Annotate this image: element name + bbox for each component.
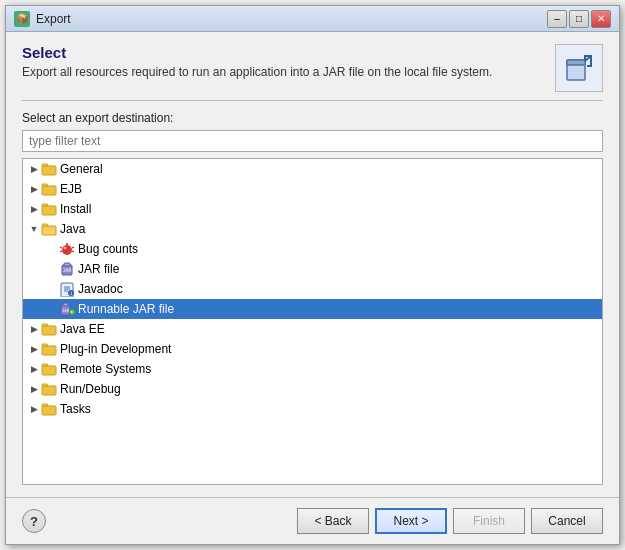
tree-label-java-ee: Java EE — [60, 322, 105, 336]
folder-collapsed-icon — [41, 321, 57, 337]
destination-label: Select an export destination: — [22, 111, 603, 125]
export-dialog: 📦 Export – □ ✕ Select Export all resourc… — [5, 5, 620, 545]
svg-rect-5 — [42, 206, 56, 215]
svg-text:JAR: JAR — [62, 308, 70, 313]
dialog-title: Select — [22, 44, 543, 61]
cancel-button[interactable]: Cancel — [531, 508, 603, 534]
tree-arrow-bug-counts — [45, 239, 59, 259]
tree-label-ejb: EJB — [60, 182, 82, 196]
tree-label-general: General — [60, 162, 103, 176]
svg-line-12 — [72, 247, 74, 248]
window-controls: – □ ✕ — [547, 10, 611, 28]
back-button[interactable]: < Back — [297, 508, 369, 534]
svg-rect-16 — [64, 263, 70, 266]
window-title: Export — [36, 12, 547, 26]
tree-item-ejb[interactable]: ▶EJB — [23, 179, 602, 199]
folder-collapsed-icon — [41, 161, 57, 177]
tree-label-remote-sys: Remote Systems — [60, 362, 151, 376]
svg-rect-33 — [42, 406, 56, 415]
tree-item-java[interactable]: ▼Java — [23, 219, 602, 239]
tree-arrow-java-ee: ▶ — [27, 319, 41, 339]
tree-item-tasks[interactable]: ▶Tasks — [23, 399, 602, 419]
tree-arrow-install: ▶ — [27, 199, 41, 219]
folder-collapsed-icon — [41, 361, 57, 377]
tree-item-install[interactable]: ▶Install — [23, 199, 602, 219]
folder-collapsed-icon — [41, 201, 57, 217]
tree-arrow-general: ▶ — [27, 159, 41, 179]
export-icon — [555, 44, 603, 92]
svg-rect-32 — [42, 386, 56, 395]
svg-rect-3 — [42, 166, 56, 175]
svg-rect-25 — [63, 303, 68, 306]
help-button[interactable]: ? — [22, 509, 46, 533]
svg-line-11 — [60, 247, 62, 248]
folder-collapsed-icon — [41, 341, 57, 357]
svg-line-13 — [60, 251, 62, 252]
tree-item-general[interactable]: ▶General — [23, 159, 602, 179]
tree-item-bug-counts[interactable]: Bug counts — [23, 239, 602, 259]
svg-rect-29 — [42, 326, 56, 335]
filter-input[interactable] — [22, 130, 603, 152]
tree-item-runnable-jar[interactable]: JARRunnable JAR file — [23, 299, 602, 319]
tree-arrow-plugin-dev: ▶ — [27, 339, 41, 359]
folder-collapsed-icon — [41, 181, 57, 197]
tree-arrow-javadoc — [45, 279, 59, 299]
tree-arrow-ejb: ▶ — [27, 179, 41, 199]
tree-label-plugin-dev: Plug-in Development — [60, 342, 171, 356]
jar-run-icon: JAR — [59, 301, 75, 317]
svg-rect-1 — [567, 60, 585, 65]
main-content: Select Export all resources required to … — [6, 32, 619, 497]
tree-label-javadoc: Javadoc — [78, 282, 123, 296]
tree-item-jar-file[interactable]: JARJAR file — [23, 259, 602, 279]
tree-label-tasks: Tasks — [60, 402, 91, 416]
finish-button[interactable]: Finish — [453, 508, 525, 534]
svg-rect-30 — [42, 346, 56, 355]
javadoc-icon: J — [59, 281, 75, 297]
jar-icon: JAR — [59, 261, 75, 277]
tree-item-remote-sys[interactable]: ▶Remote Systems — [23, 359, 602, 379]
tree-item-run-debug[interactable]: ▶Run/Debug — [23, 379, 602, 399]
tree-arrow-remote-sys: ▶ — [27, 359, 41, 379]
tree-arrow-runnable-jar — [45, 299, 59, 319]
folder-collapsed-icon — [41, 401, 57, 417]
tree-label-bug-counts: Bug counts — [78, 242, 138, 256]
minimize-button[interactable]: – — [547, 10, 567, 28]
svg-point-9 — [64, 247, 67, 250]
tree-arrow-jar-file — [45, 259, 59, 279]
tree-item-plugin-dev[interactable]: ▶Plug-in Development — [23, 339, 602, 359]
tree-label-install: Install — [60, 202, 91, 216]
folder-expanded-icon — [41, 221, 57, 237]
maximize-button[interactable]: □ — [569, 10, 589, 28]
folder-collapsed-icon — [41, 381, 57, 397]
action-buttons: < Back Next > Finish Cancel — [297, 508, 603, 534]
svg-text:J: J — [70, 291, 72, 296]
svg-point-8 — [62, 245, 72, 255]
svg-rect-31 — [42, 366, 56, 375]
export-tree[interactable]: ▶General▶EJB▶Install▼JavaBug countsJARJA… — [22, 158, 603, 485]
tree-arrow-run-debug: ▶ — [27, 379, 41, 399]
tree-arrow-tasks: ▶ — [27, 399, 41, 419]
svg-line-14 — [72, 251, 74, 252]
tree-label-jar-file: JAR file — [78, 262, 119, 276]
next-button[interactable]: Next > — [375, 508, 447, 534]
svg-rect-6 — [42, 226, 56, 235]
svg-text:JAR: JAR — [62, 267, 72, 273]
titlebar: 📦 Export – □ ✕ — [6, 6, 619, 32]
dialog-footer: ? < Back Next > Finish Cancel — [6, 497, 619, 544]
tree-label-run-debug: Run/Debug — [60, 382, 121, 396]
tree-item-java-ee[interactable]: ▶Java EE — [23, 319, 602, 339]
tree-item-javadoc[interactable]: JJavadoc — [23, 279, 602, 299]
tree-label-java: Java — [60, 222, 85, 236]
tree-arrow-java: ▼ — [27, 219, 41, 239]
header-divider — [22, 100, 603, 101]
tree-label-runnable-jar: Runnable JAR file — [78, 302, 174, 316]
bug-icon — [59, 241, 75, 257]
close-button[interactable]: ✕ — [591, 10, 611, 28]
dialog-description: Export all resources required to run an … — [22, 65, 543, 79]
window-icon: 📦 — [14, 11, 30, 27]
svg-rect-4 — [42, 186, 56, 195]
